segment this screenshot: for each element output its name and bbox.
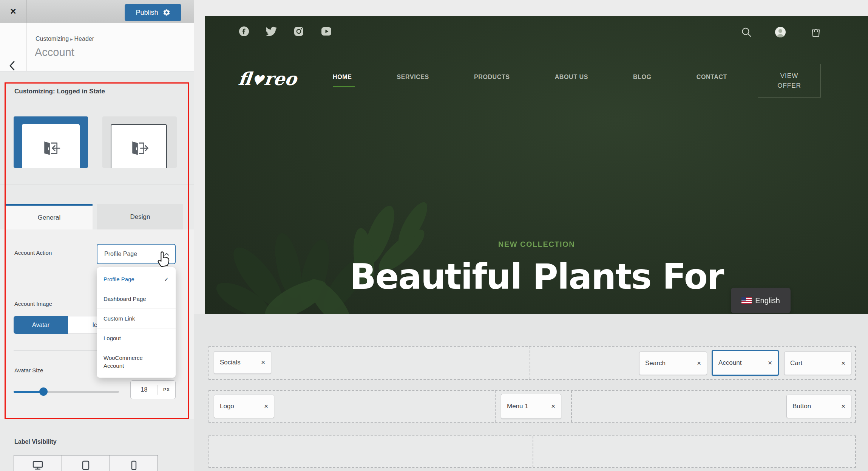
chip-label: Button [792,403,811,410]
us-flag-icon [741,297,752,304]
logout-icon [128,139,150,158]
customizer-sidebar: × Publish Customizing▸Header Account Cus… [0,0,194,471]
avatar-size-value[interactable]: 18 [131,386,158,393]
builder-chip-button[interactable]: Button × [786,395,851,418]
account-avatar-icon[interactable] [775,26,786,38]
tab-design[interactable]: Design [97,204,183,229]
remove-icon[interactable]: × [264,402,268,411]
dropdown-option-custom-link[interactable]: Custom Link [97,309,176,328]
state-option-logged-out[interactable] [102,116,177,168]
dropdown-option-dashboard-page[interactable]: Dashboard Page [97,289,176,309]
gear-icon[interactable] [163,9,170,16]
nav-item-blog[interactable]: BLOG [633,74,652,82]
builder-row-bottom[interactable] [209,435,856,468]
account-action-label: Account Action [14,249,52,256]
chip-label: Logo [220,403,234,410]
label-visibility-heading: Label Visibility [14,438,57,445]
dropdown-option-profile-page[interactable]: Profile Page ✓ [97,270,176,289]
breadcrumb-separator-icon: ▸ [69,36,74,42]
remove-icon[interactable]: × [261,358,265,367]
builder-chip-menu-1[interactable]: Menu 1 × [501,394,561,419]
nav-item-services[interactable]: SERVICES [397,74,429,82]
account-action-value: Profile Page [104,251,137,257]
language-switcher[interactable]: English [731,288,791,313]
publish-button[interactable]: Publish [125,4,181,21]
nav-item-about-us[interactable]: ABOUT US [555,74,588,82]
page-title: Account [35,46,74,59]
device-desktop-button[interactable] [14,455,62,471]
dropdown-option-woocommerce-account[interactable]: WooCommerce Account [97,348,176,375]
cart-bag-icon[interactable] [810,26,822,38]
youtube-icon[interactable] [321,26,332,37]
state-option-logged-in-thumb [22,124,80,168]
facebook-icon[interactable] [238,26,250,37]
builder-row-top[interactable]: Socials × Search × Account × Cart × [209,346,856,380]
main-navigation: HOME SERVICES PRODUCTS ABOUT US BLOG CON… [333,74,727,82]
header-strip-divider [26,23,27,71]
section-divider [14,350,97,351]
avatar-size-unit[interactable]: PX [158,387,175,392]
site-preview: fl♥reo HOME SERVICES PRODUCTS ABOUT US B… [194,0,868,471]
view-offer-line2: OFFER [777,81,801,91]
chip-label: Search [645,359,666,367]
tab-general[interactable]: General [6,204,93,229]
avatar-size-slider-thumb[interactable] [39,387,48,396]
toggle-option-avatar[interactable]: Avatar [14,316,68,334]
nav-item-products[interactable]: PRODUCTS [474,74,510,82]
mobile-icon [128,460,139,471]
site-hero: fl♥reo HOME SERVICES PRODUCTS ABOUT US B… [205,16,868,314]
nav-item-contact[interactable]: CONTACT [697,74,727,82]
device-mobile-button[interactable] [110,455,158,471]
logged-in-state-heading: Customizing: Logged in State [14,88,105,95]
customizer-app: × Publish Customizing▸Header Account Cus… [0,0,868,471]
avatar-size-label: Avatar Size [14,367,43,373]
language-label: English [755,296,780,305]
account-action-select[interactable]: Profile Page [97,244,176,264]
hero-eyebrow: NEW COLLECTION [205,240,868,249]
builder-cell-divider [530,347,530,379]
builder-chip-account[interactable]: Account × [712,350,779,376]
remove-icon[interactable]: × [841,359,845,367]
breadcrumb-section: Header [74,36,94,42]
close-customizer-button[interactable]: × [7,5,20,17]
remove-icon[interactable]: × [841,402,845,411]
chip-label: Menu 1 [507,403,528,410]
builder-chip-cart[interactable]: Cart × [784,352,851,375]
option-label: Logout [103,334,121,342]
account-action-dropdown: Profile Page ✓ Dashboard Page Custom Lin… [97,267,176,378]
search-icon[interactable] [741,26,752,38]
state-option-logged-out-thumb [111,124,167,168]
check-icon: ✓ [164,275,169,283]
twitter-icon[interactable] [266,26,277,37]
builder-chip-logo[interactable]: Logo × [214,395,274,418]
remove-icon[interactable]: × [768,359,772,367]
back-arrow-button[interactable] [8,60,17,72]
state-option-logged-in[interactable] [14,116,88,168]
builder-cell-divider [495,391,496,422]
dropdown-option-logout[interactable]: Logout [97,328,176,348]
customizer-topbar: × Publish [0,0,194,23]
logo-text-end: reo [263,68,298,89]
chevron-up-icon [164,252,170,256]
chip-label: Socials [220,359,241,366]
option-label: Profile Page [103,275,134,283]
publish-button-label: Publish [136,9,158,17]
builder-row-middle[interactable]: Logo × Menu 1 × Button × [209,390,856,423]
avatar-size-value-box[interactable]: 18 PX [130,380,176,399]
chip-label: Cart [790,359,802,367]
logo-text-start: fl [237,68,252,89]
builder-chip-search[interactable]: Search × [639,352,707,375]
nav-item-home[interactable]: HOME [333,74,352,82]
instagram-icon[interactable] [293,26,304,37]
topbar-divider [26,0,27,23]
builder-chip-socials[interactable]: Socials × [214,351,271,374]
remove-icon[interactable]: × [551,402,555,411]
view-offer-button[interactable]: VIEW OFFER [758,64,821,98]
site-logo[interactable]: fl♥reo [237,68,298,89]
remove-icon[interactable]: × [697,359,701,367]
panel-header: Customizing▸Header Account [0,23,194,71]
desktop-icon [32,460,43,471]
label-visibility-device-group [14,455,158,471]
option-label: Dashboard Page [103,295,146,303]
device-tablet-button[interactable] [62,455,110,471]
